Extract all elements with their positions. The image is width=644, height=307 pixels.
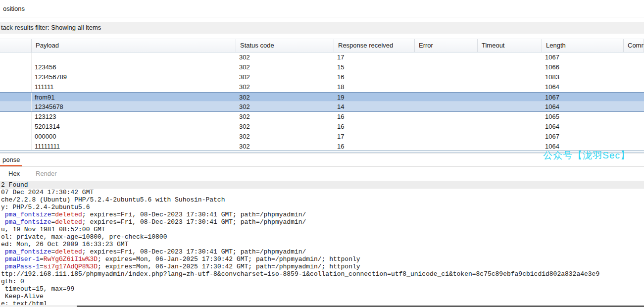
response-line: pma_fontsize=deleted; expires=Fri, 08-De…: [0, 211, 644, 218]
cell-num: [0, 102, 32, 111]
results-table: PayloadStatus codeResponse receivedError…: [0, 39, 644, 152]
tab-positions[interactable]: ositions: [1, 0, 27, 17]
response-line: ed: Mon, 26 Oct 2009 16:33:23 GMT: [0, 241, 644, 248]
subtab-render[interactable]: Render: [36, 167, 57, 181]
cell-payload: 12345678: [32, 102, 236, 111]
cell-comment: [624, 112, 644, 122]
cell-payload: 123123: [32, 112, 236, 122]
response-tabstrip: ponse: [0, 154, 644, 167]
column-header-timeout[interactable]: Timeout: [478, 39, 542, 52]
cell-payload: 123456: [32, 62, 236, 72]
response-line: pma_fontsize=deleted; expires=Fri, 08-De…: [0, 218, 644, 226]
filter-status-text: tack results filter: Showing all items: [0, 22, 644, 34]
column-header-comment[interactable]: Comm: [624, 39, 644, 52]
cell-length: 1064: [542, 102, 624, 111]
response-line: pmaUser-1=RwYgGZ6iI1w%3D; expires=Mon, 0…: [0, 256, 644, 263]
response-line: pmaPass-1=si7g17AdQP8%3D; expires=Mon, 0…: [0, 263, 644, 270]
cell-length: 1083: [542, 72, 624, 82]
response-line: y: PHP/5.2.4-2ubuntu5.6: [0, 204, 644, 211]
cell-received: 14: [334, 102, 415, 111]
cell-comment: [624, 62, 644, 72]
cell-num: [0, 62, 32, 72]
cell-received: 15: [334, 62, 415, 72]
cell-error: [415, 62, 478, 72]
cell-payload: 123456789: [32, 72, 236, 82]
table-row[interactable]: 5201314302161064: [0, 122, 644, 132]
horizontal-scrollbar[interactable]: [0, 305, 77, 307]
cell-comment: [624, 122, 644, 132]
table-row[interactable]: 000000302171067: [0, 132, 644, 142]
column-header-num[interactable]: [0, 39, 32, 52]
cell-received: 16: [334, 112, 415, 122]
response-line: u, 19 Nov 1981 08:52:00 GMT: [0, 226, 644, 233]
cell-timeout: [478, 102, 542, 111]
cell-error: [415, 93, 478, 102]
cell-timeout: [478, 122, 542, 132]
table-row[interactable]: 123456302151066: [0, 62, 644, 72]
response-line: Keep-Alive: [0, 293, 644, 300]
cell-status: 302: [236, 112, 334, 122]
cell-error: [415, 112, 478, 122]
cell-timeout: [478, 132, 542, 142]
response-text-area[interactable]: 2 Found07 Dec 2024 17:30:42 GMTche/2.2.8…: [0, 181, 644, 307]
cell-timeout: [478, 93, 542, 102]
cell-error: [415, 122, 478, 132]
cell-num: [0, 82, 32, 92]
table-row[interactable]: 12345678302141064: [0, 102, 644, 112]
cell-comment: [624, 93, 644, 102]
cell-payload: 111111: [32, 82, 236, 92]
subtab-hex[interactable]: Hex: [8, 167, 20, 181]
table-row[interactable]: 111111302181064: [0, 82, 644, 92]
table-row[interactable]: from91302191067: [0, 92, 644, 102]
cell-error: [415, 102, 478, 111]
response-line: ol: private, max-age=10800, pre-check=10…: [0, 233, 644, 241]
cell-timeout: [478, 82, 542, 92]
cell-error: [415, 72, 478, 82]
cell-comment: [624, 82, 644, 92]
cell-payload: 000000: [32, 132, 236, 142]
cell-num: [0, 52, 32, 62]
column-header-error[interactable]: Error: [415, 39, 478, 52]
cell-received: 19: [334, 93, 415, 102]
cell-status: 302: [236, 72, 334, 82]
cell-error: [415, 132, 478, 142]
table-row[interactable]: 123456789302161083: [0, 72, 644, 82]
cell-received: 16: [334, 72, 415, 82]
tab-response[interactable]: ponse: [1, 154, 21, 165]
cell-length: 1066: [542, 62, 624, 72]
cell-num: [0, 72, 32, 82]
cell-received: 18: [334, 82, 415, 92]
column-header-received[interactable]: Response received: [334, 39, 415, 52]
cell-comment: [624, 52, 644, 62]
cell-comment: [624, 72, 644, 82]
cell-status: 302: [236, 62, 334, 72]
table-row[interactable]: 302171067: [0, 52, 644, 62]
response-line: che/2.2.8 (Ubuntu) PHP/5.2.4-2ubuntu5.6 …: [0, 196, 644, 204]
response-line: gth: 0: [0, 278, 644, 285]
tab-bar: ositions: [0, 0, 644, 17]
cell-status: 302: [236, 93, 334, 102]
splitter[interactable]: [0, 150, 644, 153]
cell-timeout: [478, 72, 542, 82]
column-header-length[interactable]: Length: [542, 39, 624, 52]
table-row[interactable]: 123123302161065: [0, 112, 644, 122]
divider: [0, 154, 644, 154]
column-header-payload[interactable]: Payload: [32, 39, 236, 52]
response-line: ttp://192.168.111.185/phpmyadmin/index.p…: [0, 270, 644, 278]
column-header-status[interactable]: Status code: [236, 39, 334, 52]
cell-num: [0, 93, 32, 102]
cell-num: [0, 122, 32, 132]
response-line: timeout=15, max=99: [0, 285, 644, 293]
cell-length: 1064: [542, 122, 624, 132]
cell-payload: from91: [32, 93, 236, 102]
cell-comment: [624, 132, 644, 142]
response-line: 2 Found: [0, 181, 644, 189]
attack-results-filter-bar[interactable]: tack results filter: Showing all items: [0, 22, 644, 34]
cell-length: 1067: [542, 93, 624, 102]
active-tab-underline: [0, 165, 22, 166]
response-view-subtabs: Hex Render: [0, 167, 644, 181]
cell-num: [0, 112, 32, 122]
cell-length: 1067: [542, 132, 624, 142]
response-line: pma_fontsize=deleted; expires=Fri, 08-De…: [0, 248, 644, 256]
results-table-header: PayloadStatus codeResponse receivedError…: [0, 39, 644, 52]
